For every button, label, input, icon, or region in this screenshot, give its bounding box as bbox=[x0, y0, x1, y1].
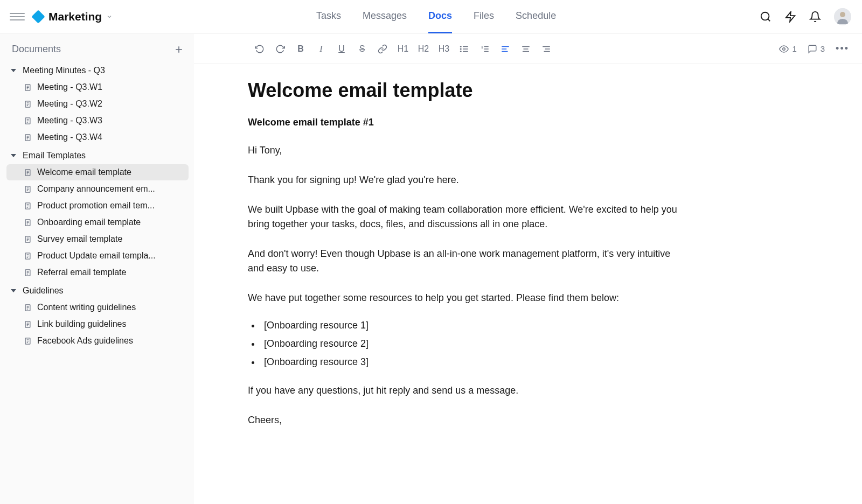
bell-icon[interactable] bbox=[809, 11, 821, 23]
sidebar-doc-item[interactable]: Survey email template bbox=[6, 231, 189, 247]
underline-button[interactable]: U bbox=[332, 39, 351, 59]
document-icon bbox=[24, 219, 32, 227]
svg-point-70 bbox=[461, 48, 462, 50]
bold-button[interactable]: B bbox=[291, 39, 310, 59]
comments-count[interactable]: 3 bbox=[808, 44, 825, 54]
sidebar-doc-item[interactable]: Referral email template bbox=[6, 264, 189, 281]
chevron-down-icon bbox=[11, 68, 16, 73]
document-list[interactable]: [Onboarding resource 1] [Onboarding reso… bbox=[248, 316, 679, 372]
document-icon bbox=[24, 320, 32, 328]
h1-button[interactable]: H1 bbox=[393, 39, 413, 59]
undo-button[interactable] bbox=[250, 39, 269, 59]
doc-item-label: Meeting - Q3.W4 bbox=[37, 132, 102, 142]
document-paragraph[interactable]: And don't worry! Even though Upbase is a… bbox=[248, 247, 679, 276]
list-item[interactable]: [Onboarding resource 3] bbox=[261, 353, 679, 371]
doc-item-label: Survey email template bbox=[37, 234, 122, 244]
document-icon bbox=[24, 269, 32, 277]
comment-icon bbox=[808, 44, 817, 54]
document-paragraph[interactable]: We built Upbase with the goal of making … bbox=[248, 202, 679, 232]
tab-docs[interactable]: Docs bbox=[428, 0, 452, 33]
main-tabs: Tasks Messages Docs Files Schedule bbox=[113, 0, 760, 33]
bullet-list-button[interactable] bbox=[455, 39, 474, 59]
svg-point-4 bbox=[840, 12, 845, 17]
folder-header[interactable]: Email Templates bbox=[6, 148, 189, 164]
sidebar-doc-item[interactable]: Facebook Ads guidelines bbox=[6, 333, 189, 349]
folder-header[interactable]: Guidelines bbox=[6, 283, 189, 299]
sidebar-doc-item[interactable]: Product Update email templa... bbox=[6, 248, 189, 264]
document-icon bbox=[24, 185, 32, 193]
bolt-icon[interactable] bbox=[784, 11, 796, 23]
tab-tasks[interactable]: Tasks bbox=[316, 0, 341, 33]
tab-files[interactable]: Files bbox=[474, 0, 494, 33]
sidebar-doc-item[interactable]: Onboarding email template bbox=[6, 214, 189, 230]
numbered-list-button[interactable] bbox=[475, 39, 495, 59]
doc-item-label: Meeting - Q3.W2 bbox=[37, 99, 102, 109]
main-content: B I U S H1 H2 H3 1 bbox=[194, 34, 862, 504]
align-center-button[interactable] bbox=[516, 39, 536, 59]
doc-item-label: Welcome email template bbox=[37, 167, 131, 177]
document-icon bbox=[24, 83, 32, 92]
user-avatar[interactable] bbox=[834, 8, 851, 25]
list-item[interactable]: [Onboarding resource 1] bbox=[261, 316, 679, 334]
document-paragraph[interactable]: We have put together some resources to h… bbox=[248, 291, 679, 305]
folder-name: Meeting Minutes - Q3 bbox=[23, 66, 105, 75]
sidebar-doc-item[interactable]: Product promotion email tem... bbox=[6, 198, 189, 214]
document-title[interactable]: Welcome email template bbox=[248, 79, 679, 102]
document-paragraph[interactable]: Cheers, bbox=[248, 413, 679, 428]
sidebar: Documents Meeting Minutes - Q3Meeting - … bbox=[0, 34, 194, 504]
folder-name: Email Templates bbox=[23, 151, 86, 160]
document-icon bbox=[24, 202, 32, 210]
strikethrough-button[interactable]: S bbox=[352, 39, 372, 59]
doc-item-label: Meeting - Q3.W1 bbox=[37, 82, 102, 92]
document-subtitle[interactable]: Welcome email template #1 bbox=[248, 117, 679, 128]
search-icon[interactable] bbox=[760, 11, 771, 23]
doc-item-label: Product promotion email tem... bbox=[37, 201, 155, 211]
tab-messages[interactable]: Messages bbox=[363, 0, 407, 33]
menu-toggle-icon[interactable] bbox=[10, 9, 25, 24]
add-document-icon[interactable] bbox=[173, 44, 184, 55]
sidebar-doc-item[interactable]: Company announcement em... bbox=[6, 181, 189, 197]
document-paragraph[interactable]: Thank you for signing up! We're glad you… bbox=[248, 173, 679, 187]
svg-point-0 bbox=[761, 12, 769, 20]
folder-name: Guidelines bbox=[23, 286, 64, 296]
doc-item-label: Company announcement em... bbox=[37, 184, 155, 194]
more-options-icon[interactable]: ••• bbox=[836, 43, 849, 54]
align-left-button[interactable] bbox=[496, 39, 515, 59]
list-item[interactable]: [Onboarding resource 2] bbox=[261, 334, 679, 353]
sidebar-title: Documents bbox=[12, 44, 61, 55]
redo-button[interactable] bbox=[270, 39, 290, 59]
document-editor[interactable]: Welcome email template Welcome email tem… bbox=[194, 64, 711, 504]
tab-schedule[interactable]: Schedule bbox=[516, 0, 556, 33]
document-icon bbox=[24, 304, 32, 312]
workspace-logo-icon bbox=[31, 10, 45, 23]
document-paragraph[interactable]: Hi Tony, bbox=[248, 143, 679, 158]
folder-header[interactable]: Meeting Minutes - Q3 bbox=[6, 62, 189, 79]
sidebar-doc-item[interactable]: Welcome email template bbox=[6, 164, 189, 180]
sidebar-doc-item[interactable]: Content writing guidelines bbox=[6, 299, 189, 316]
h3-button[interactable]: H3 bbox=[434, 39, 454, 59]
workspace-name[interactable]: Marketing bbox=[48, 10, 102, 23]
app-header: Marketing Tasks Messages Docs Files Sche… bbox=[0, 0, 862, 33]
sidebar-doc-item[interactable]: Meeting - Q3.W3 bbox=[6, 113, 189, 129]
align-right-button[interactable] bbox=[537, 39, 556, 59]
document-icon bbox=[24, 169, 32, 177]
doc-item-label: Link building guidelines bbox=[37, 319, 126, 329]
document-paragraph[interactable]: If you have any questions, jut hit reply… bbox=[248, 383, 679, 398]
italic-button[interactable]: I bbox=[311, 39, 331, 59]
document-icon bbox=[24, 337, 32, 345]
link-button[interactable] bbox=[373, 39, 392, 59]
sidebar-doc-item[interactable]: Meeting - Q3.W4 bbox=[6, 129, 189, 145]
svg-point-84 bbox=[783, 47, 785, 50]
views-count[interactable]: 1 bbox=[779, 44, 796, 54]
editor-toolbar: B I U S H1 H2 H3 1 bbox=[194, 34, 862, 64]
doc-item-label: Referral email template bbox=[37, 268, 126, 277]
sidebar-doc-item[interactable]: Link building guidelines bbox=[6, 316, 189, 332]
chevron-down-icon[interactable] bbox=[106, 13, 113, 20]
h2-button[interactable]: H2 bbox=[414, 39, 433, 59]
document-icon bbox=[24, 134, 32, 142]
sidebar-doc-item[interactable]: Meeting - Q3.W2 bbox=[6, 96, 189, 112]
sidebar-doc-item[interactable]: Meeting - Q3.W1 bbox=[6, 79, 189, 95]
svg-marker-7 bbox=[11, 69, 16, 72]
svg-point-71 bbox=[461, 51, 462, 52]
svg-marker-2 bbox=[786, 12, 795, 22]
